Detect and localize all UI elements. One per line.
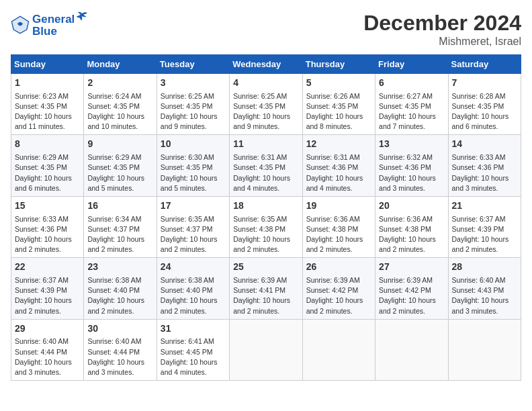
day-info: Sunrise: 6:40 AM Sunset: 4:44 PM Dayligh… (87, 336, 152, 377)
day-number: 13 (379, 138, 444, 151)
calendar-cell: 24Sunrise: 6:38 AM Sunset: 4:40 PM Dayli… (157, 258, 229, 319)
calendar-cell: 18Sunrise: 6:35 AM Sunset: 4:38 PM Dayli… (230, 196, 302, 257)
day-number: 21 (452, 199, 517, 213)
calendar-cell: 26Sunrise: 6:39 AM Sunset: 4:42 PM Dayli… (302, 258, 375, 319)
day-info: Sunrise: 6:40 AM Sunset: 4:44 PM Dayligh… (15, 336, 80, 377)
calendar-cell: 28Sunrise: 6:40 AM Sunset: 4:43 PM Dayli… (448, 258, 521, 319)
logo-blue: Blue (32, 25, 88, 38)
col-friday: Friday (375, 55, 448, 74)
col-monday: Monday (84, 55, 157, 74)
day-number: 2 (87, 77, 152, 90)
calendar-cell: 21Sunrise: 6:37 AM Sunset: 4:39 PM Dayli… (448, 196, 521, 257)
calendar-cell: 15Sunrise: 6:33 AM Sunset: 4:36 PM Dayli… (11, 196, 84, 257)
calendar-cell: 29Sunrise: 6:40 AM Sunset: 4:44 PM Dayli… (11, 319, 84, 380)
calendar-cell: 12Sunrise: 6:31 AM Sunset: 4:36 PM Dayli… (302, 135, 375, 196)
calendar-cell: 23Sunrise: 6:38 AM Sunset: 4:40 PM Dayli… (84, 258, 157, 319)
day-info: Sunrise: 6:27 AM Sunset: 4:35 PM Dayligh… (379, 91, 444, 132)
day-number: 12 (306, 138, 371, 151)
day-number: 29 (15, 322, 80, 336)
calendar-week-row: 15Sunrise: 6:33 AM Sunset: 4:36 PM Dayli… (11, 196, 521, 257)
col-saturday: Saturday (448, 55, 521, 74)
day-info: Sunrise: 6:28 AM Sunset: 4:35 PM Dayligh… (452, 91, 517, 132)
day-number: 8 (15, 138, 80, 151)
calendar-cell: 11Sunrise: 6:31 AM Sunset: 4:35 PM Dayli… (230, 135, 302, 196)
calendar-week-row: 1Sunrise: 6:23 AM Sunset: 4:35 PM Daylig… (11, 74, 521, 135)
day-info: Sunrise: 6:38 AM Sunset: 4:40 PM Dayligh… (87, 275, 152, 316)
day-info: Sunrise: 6:34 AM Sunset: 4:37 PM Dayligh… (87, 214, 152, 255)
col-sunday: Sunday (11, 55, 84, 74)
day-number: 9 (87, 138, 152, 151)
day-number: 22 (15, 261, 80, 274)
day-info: Sunrise: 6:39 AM Sunset: 4:42 PM Dayligh… (306, 275, 371, 316)
day-info: Sunrise: 6:32 AM Sunset: 4:36 PM Dayligh… (379, 152, 444, 193)
calendar-cell: 14Sunrise: 6:33 AM Sunset: 4:36 PM Dayli… (448, 135, 521, 196)
day-number: 3 (161, 77, 226, 90)
day-info: Sunrise: 6:39 AM Sunset: 4:41 PM Dayligh… (233, 275, 298, 316)
day-number: 5 (306, 77, 371, 90)
logo-general: General (32, 13, 75, 26)
logo-icon (11, 15, 30, 34)
calendar-cell: 4Sunrise: 6:25 AM Sunset: 4:35 PM Daylig… (230, 74, 302, 135)
calendar-cell: 13Sunrise: 6:32 AM Sunset: 4:36 PM Dayli… (375, 135, 448, 196)
day-info: Sunrise: 6:29 AM Sunset: 4:35 PM Dayligh… (87, 152, 152, 193)
day-number: 14 (452, 138, 517, 151)
calendar-week-row: 29Sunrise: 6:40 AM Sunset: 4:44 PM Dayli… (11, 319, 521, 380)
calendar-cell: 16Sunrise: 6:34 AM Sunset: 4:37 PM Dayli… (84, 196, 157, 257)
calendar-cell: 9Sunrise: 6:29 AM Sunset: 4:35 PM Daylig… (84, 135, 157, 196)
day-number: 19 (306, 199, 371, 213)
day-info: Sunrise: 6:38 AM Sunset: 4:40 PM Dayligh… (161, 275, 226, 316)
calendar-cell: 19Sunrise: 6:36 AM Sunset: 4:38 PM Dayli… (302, 196, 375, 257)
calendar-cell: 10Sunrise: 6:30 AM Sunset: 4:35 PM Dayli… (157, 135, 229, 196)
day-info: Sunrise: 6:25 AM Sunset: 4:35 PM Dayligh… (233, 91, 298, 132)
day-info: Sunrise: 6:31 AM Sunset: 4:36 PM Dayligh… (306, 152, 371, 193)
calendar-cell: 27Sunrise: 6:39 AM Sunset: 4:42 PM Dayli… (375, 258, 448, 319)
calendar-cell (375, 319, 448, 380)
calendar-cell: 5Sunrise: 6:26 AM Sunset: 4:35 PM Daylig… (302, 74, 375, 135)
day-info: Sunrise: 6:41 AM Sunset: 4:45 PM Dayligh… (161, 336, 226, 377)
page-title: December 2024 (363, 11, 521, 36)
day-number: 24 (161, 261, 226, 274)
day-number: 27 (379, 261, 444, 274)
calendar-cell: 1Sunrise: 6:23 AM Sunset: 4:35 PM Daylig… (11, 74, 84, 135)
calendar-cell: 22Sunrise: 6:37 AM Sunset: 4:39 PM Dayli… (11, 258, 84, 319)
day-info: Sunrise: 6:36 AM Sunset: 4:38 PM Dayligh… (306, 214, 371, 255)
col-tuesday: Tuesday (157, 55, 229, 74)
day-info: Sunrise: 6:30 AM Sunset: 4:35 PM Dayligh… (161, 152, 226, 193)
title-area: December 2024 Mishmeret, Israel (363, 11, 521, 48)
day-number: 23 (87, 261, 152, 274)
day-number: 15 (15, 199, 80, 213)
day-info: Sunrise: 6:37 AM Sunset: 4:39 PM Dayligh… (15, 275, 80, 316)
col-thursday: Thursday (302, 55, 375, 74)
day-number: 31 (161, 322, 226, 336)
day-number: 4 (233, 77, 298, 90)
day-number: 1 (15, 77, 80, 90)
day-info: Sunrise: 6:25 AM Sunset: 4:35 PM Dayligh… (161, 91, 226, 132)
day-info: Sunrise: 6:35 AM Sunset: 4:37 PM Dayligh… (161, 214, 226, 255)
calendar-cell: 2Sunrise: 6:24 AM Sunset: 4:35 PM Daylig… (84, 74, 157, 135)
day-number: 25 (233, 261, 298, 274)
calendar-week-row: 8Sunrise: 6:29 AM Sunset: 4:35 PM Daylig… (11, 135, 521, 196)
calendar-cell: 20Sunrise: 6:36 AM Sunset: 4:38 PM Dayli… (375, 196, 448, 257)
day-info: Sunrise: 6:24 AM Sunset: 4:35 PM Dayligh… (87, 91, 152, 132)
day-info: Sunrise: 6:37 AM Sunset: 4:39 PM Dayligh… (452, 214, 517, 255)
calendar-cell: 25Sunrise: 6:39 AM Sunset: 4:41 PM Dayli… (230, 258, 302, 319)
day-number: 11 (233, 138, 298, 151)
day-info: Sunrise: 6:35 AM Sunset: 4:38 PM Dayligh… (233, 214, 298, 255)
day-number: 10 (161, 138, 226, 151)
day-number: 26 (306, 261, 371, 274)
calendar-cell (302, 319, 375, 380)
calendar-cell: 6Sunrise: 6:27 AM Sunset: 4:35 PM Daylig… (375, 74, 448, 135)
day-number: 20 (379, 199, 444, 213)
logo-text-block: General Blue (32, 11, 88, 38)
day-info: Sunrise: 6:33 AM Sunset: 4:36 PM Dayligh… (15, 214, 80, 255)
day-number: 6 (379, 77, 444, 90)
day-number: 17 (161, 199, 226, 213)
day-info: Sunrise: 6:40 AM Sunset: 4:43 PM Dayligh… (452, 275, 517, 316)
day-number: 28 (452, 261, 517, 274)
day-number: 7 (452, 77, 517, 90)
calendar-cell: 30Sunrise: 6:40 AM Sunset: 4:44 PM Dayli… (84, 319, 157, 380)
calendar-table: Sunday Monday Tuesday Wednesday Thursday… (11, 54, 521, 381)
day-number: 18 (233, 199, 298, 213)
day-number: 30 (87, 322, 152, 336)
calendar-cell: 3Sunrise: 6:25 AM Sunset: 4:35 PM Daylig… (157, 74, 229, 135)
